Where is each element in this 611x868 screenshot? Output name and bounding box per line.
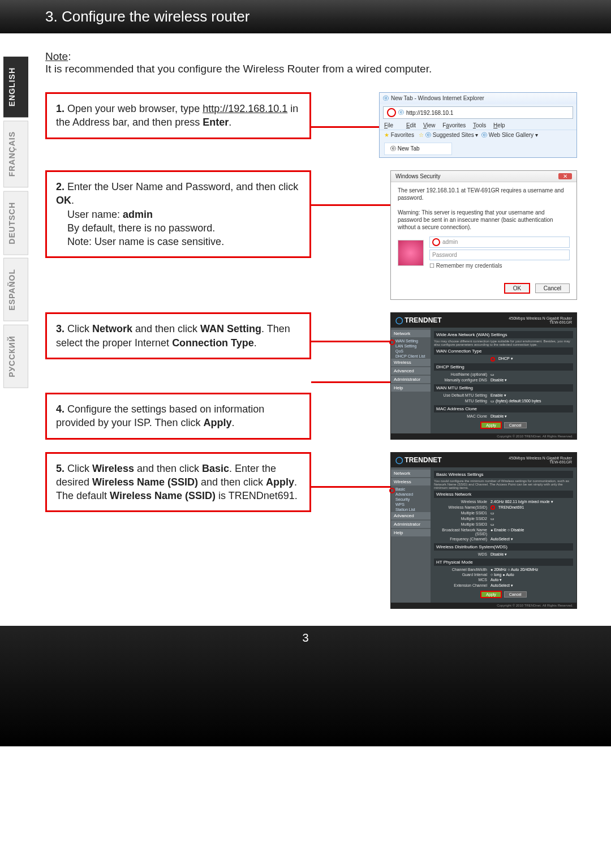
lang-deutsch[interactable]: DEUTSCH: [3, 191, 28, 255]
language-strip: ENGLISH FRANÇAIS DEUTSCH ESPAÑOL РУССКИЙ: [3, 57, 28, 392]
cancel-button: Cancel: [535, 283, 570, 293]
connector-line: [311, 341, 390, 381]
trendnet-logo: ◯ TRENDNET: [395, 316, 442, 324]
step1-url: http://192.168.10.1: [203, 103, 287, 114]
page-number: 3: [0, 626, 611, 746]
ie-menubar: File Edit View Favorites Tools Help: [380, 121, 576, 130]
lang-english[interactable]: ENGLISH: [3, 57, 28, 117]
avatar-icon: [398, 240, 424, 266]
trendnet-logo: ◯ TRENDNET: [395, 456, 442, 464]
connector-line: [311, 486, 390, 488]
ie-tab: ⓔ New Tab: [384, 143, 452, 155]
nav-basic: Basic: [391, 487, 431, 492]
highlight-circle: [490, 357, 495, 362]
cancel-button: Cancel: [504, 422, 527, 428]
ie-screenshot: ⓔNew Tab - Windows Internet Explorer ⓔht…: [379, 92, 577, 158]
ie-favorites-bar: ★ Favorites ☆ ⓔ Suggested Sites ▾ ⓔ Web …: [380, 130, 576, 140]
step-3-box: 3. Click Network and then click WAN Sett…: [45, 312, 311, 359]
lang-russian[interactable]: РУССКИЙ: [3, 325, 28, 388]
router-sidebar: Network WAN Setting LAN Setting QoS DHCP…: [391, 328, 431, 433]
username-input: admin: [429, 237, 570, 248]
cancel-button: Cancel: [504, 591, 527, 598]
router-wan-screenshot: ◯ TRENDNET 450Mbps Wireless N Gigabit Ro…: [390, 312, 577, 439]
connector-line: [311, 204, 390, 206]
password-input: Password: [429, 250, 570, 260]
highlight-circle: [432, 238, 440, 246]
highlight-circle: [387, 108, 396, 117]
connector-line: [311, 126, 379, 128]
note-text: It is recommended that you configure the…: [45, 63, 432, 75]
lang-espanol[interactable]: ESPAÑOL: [3, 258, 28, 321]
section-header: 3. Configure the wireless router: [0, 0, 611, 33]
close-icon: ✕: [558, 173, 572, 179]
ie-icon: ⓔ: [383, 95, 389, 101]
step-2-box: 2. Enter the User Name and Password, and…: [45, 170, 311, 258]
apply-button: Apply: [480, 422, 502, 429]
step-4-box: 4. Configure the settings based on infor…: [45, 393, 311, 440]
ie-address-bar: ⓔhttp://192.168.10.1: [383, 106, 573, 119]
apply-button: Apply: [480, 591, 502, 598]
note-block: Note: It is recommended that you configu…: [45, 50, 577, 75]
security-dialog: Windows Security✕ The server 192.168.10.…: [390, 170, 577, 300]
highlight-circle: [490, 505, 495, 510]
step-1-box: 1. Open your web browser, type http://19…: [45, 92, 311, 139]
lang-francais[interactable]: FRANÇAIS: [3, 121, 28, 187]
step-5-box: 5. Click Wireless and then click Basic. …: [45, 452, 311, 513]
note-label: Note: [45, 50, 68, 62]
remember-checkbox: ☐ Remember my credentials: [429, 262, 570, 269]
router-sidebar: Network Wireless Basic Advanced Security…: [391, 467, 431, 603]
router-wireless-screenshot: ◯ TRENDNET 450Mbps Wireless N Gigabit Ro…: [390, 452, 577, 609]
ok-button: OK: [504, 283, 530, 294]
connector-line: [311, 381, 390, 422]
nav-wan-setting: WAN Setting: [391, 338, 431, 343]
